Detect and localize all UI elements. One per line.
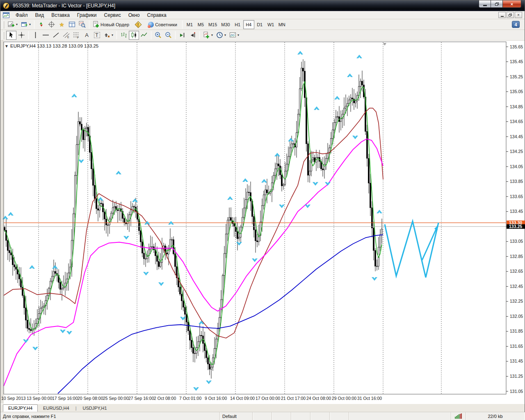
notifications-badge[interactable]: 4 <box>512 21 520 28</box>
menu-сервис[interactable]: Сервис <box>100 11 125 19</box>
price-chart[interactable]: 135.65135.45135.25135.05134.85134.65134.… <box>0 41 525 404</box>
trendline-tool-button[interactable] <box>51 31 61 40</box>
periods-button[interactable]: ▾ <box>215 31 228 40</box>
line-chart-mode-button[interactable] <box>139 31 149 40</box>
timeframe-switcher: M1M5M15M30H1H4D1W1MN <box>184 20 288 29</box>
chart-area[interactable]: 135.65135.45135.25135.05134.85134.65134.… <box>0 41 525 404</box>
price-axis[interactable]: 135.65135.45135.25135.05134.85134.65134.… <box>506 44 525 394</box>
channel-tool-button[interactable]: E <box>61 31 71 40</box>
title-bar[interactable]: 953539: MetaTrader - IC Vector - [EURJPY… <box>0 0 525 11</box>
window-minimize-button[interactable] <box>479 0 491 8</box>
vertical-line-tool-button[interactable] <box>30 31 41 40</box>
time-tick-label: 2 Oct 08:00 <box>154 396 176 401</box>
chevron-down-icon: ▾ <box>29 23 31 26</box>
templates-button[interactable]: ▾ <box>228 31 241 40</box>
price-tick-label: 132.85 <box>510 254 523 259</box>
status-panel <box>253 412 272 420</box>
new-order-button[interactable]: Новый Ордер <box>91 20 131 29</box>
indicators-button[interactable]: ▾ <box>201 31 215 40</box>
navigator-button[interactable]: ★ <box>57 20 67 29</box>
profiles-button[interactable]: ▾ <box>19 20 32 29</box>
menu-bar: ФайлВидВставкаГрафикиСервисОкноСправка × <box>0 11 525 19</box>
price-tick-label: 132.05 <box>510 314 523 319</box>
time-axis[interactable]: 10 Sep 201313 Sep 00:0017 Sep 16:0020 Se… <box>1 396 382 401</box>
arrows-tool-button[interactable]: ▾ <box>102 31 115 40</box>
price-tick-label: 134.05 <box>510 164 523 169</box>
menu-окно[interactable]: Окно <box>125 11 144 19</box>
zoom-in-button[interactable] <box>153 31 163 40</box>
bar-chart-mode-button[interactable] <box>119 31 129 40</box>
candlestick-mode-button[interactable] <box>129 31 139 40</box>
fibonacci-tool-button[interactable]: F <box>71 31 82 40</box>
text-label-tool-button[interactable]: T <box>92 31 102 40</box>
timeframe-h4-button[interactable]: H4 <box>243 20 254 29</box>
market-watch-button[interactable] <box>36 20 46 29</box>
new-chart-button[interactable]: ▾ <box>6 20 19 29</box>
zigzag-lines[interactable] <box>385 221 438 278</box>
fractal-down-icon <box>79 160 84 163</box>
fractal-down-icon <box>124 236 129 240</box>
crosshair-tool-button[interactable] <box>16 31 27 40</box>
warning-diamond-icon: ! <box>135 21 142 28</box>
menu-графики[interactable]: Графики <box>73 11 100 19</box>
toolbar-grip[interactable] <box>3 21 5 28</box>
timeframe-w1-button[interactable]: W1 <box>265 20 276 29</box>
text-tool-button[interactable]: A <box>82 31 92 40</box>
timeframe-mn-button[interactable]: MN <box>276 20 288 29</box>
fractal-up-icon <box>52 265 58 269</box>
chart-tab-eurjpy-h4[interactable]: EURJPY,H4 <box>3 404 38 412</box>
horizontal-line-tool-button[interactable] <box>41 31 51 40</box>
auto-scroll-button[interactable] <box>177 31 187 40</box>
status-panel <box>310 412 330 420</box>
timeframe-m1-button[interactable]: M1 <box>184 20 195 29</box>
profiles-icon <box>21 21 28 28</box>
fractal-down-icon <box>353 136 358 139</box>
timeframe-d1-button[interactable]: D1 <box>254 20 265 29</box>
strategy-tester-button[interactable] <box>77 20 87 29</box>
menu-справка[interactable]: Справка <box>144 11 170 19</box>
clock-icon <box>216 32 223 39</box>
menu-вставка[interactable]: Вставка <box>48 11 73 19</box>
zoom-in-icon <box>155 32 162 39</box>
chart-tab-usdjpy-h1[interactable]: USDJPY,H1 <box>78 404 112 412</box>
chart-shift-button[interactable] <box>187 31 198 40</box>
time-tick-label: 10 Sep 2013 <box>1 396 26 401</box>
timeframe-m5-button[interactable]: M5 <box>195 20 206 29</box>
fractal-down-icon <box>33 347 38 350</box>
timeframe-m30-button[interactable]: M30 <box>219 20 232 29</box>
window-close-button[interactable]: × <box>502 0 521 8</box>
crosshair-icon <box>48 21 55 28</box>
chart-minimize-button[interactable] <box>498 12 506 18</box>
metaeditor-warning-button[interactable]: ! <box>133 20 143 29</box>
trendline-icon <box>52 32 59 39</box>
menu-вид[interactable]: Вид <box>32 11 48 19</box>
menu-items: ФайлВидВставкаГрафикиСервисОкноСправка <box>12 11 170 19</box>
chart-shift-marker-icon[interactable] <box>383 43 386 46</box>
restore-icon <box>495 2 499 6</box>
collapse-indicators-icon[interactable]: ▼ <box>5 44 9 48</box>
chart-close-button[interactable]: × <box>515 12 522 18</box>
fractal-down-icon <box>305 205 310 208</box>
price-tick-label: 131.65 <box>510 344 523 349</box>
status-profile[interactable]: Default <box>220 412 253 420</box>
chart-restore-button[interactable] <box>507 12 514 18</box>
terminal-button[interactable] <box>67 20 77 29</box>
cursor-tool-button[interactable] <box>6 31 16 40</box>
data-window-button[interactable] <box>46 20 57 29</box>
toolbar-grip[interactable] <box>3 32 5 39</box>
fractal-up-icon <box>262 179 267 183</box>
chart-window-icon[interactable] <box>3 12 9 18</box>
chart-tab-eurusd-h4[interactable]: EURUSD,H4 <box>38 404 75 412</box>
timeframe-h1-button[interactable]: H1 <box>232 20 243 29</box>
zigzag-projection[interactable] <box>385 221 438 278</box>
status-help-text: Для справки, нажмите F1 <box>0 412 220 420</box>
menu-файл[interactable]: Файл <box>12 11 32 19</box>
fractal-down-icon <box>206 381 212 384</box>
trend-arrow[interactable] <box>422 226 438 260</box>
timeframe-m15-button[interactable]: M15 <box>206 20 219 29</box>
zoom-out-button[interactable] <box>163 31 173 40</box>
expert-advisors-button[interactable]: Советники <box>146 20 179 29</box>
chevron-down-icon: ▾ <box>16 23 18 26</box>
window-restore-button[interactable] <box>491 0 502 8</box>
price-tick-label: 135.05 <box>510 89 523 94</box>
